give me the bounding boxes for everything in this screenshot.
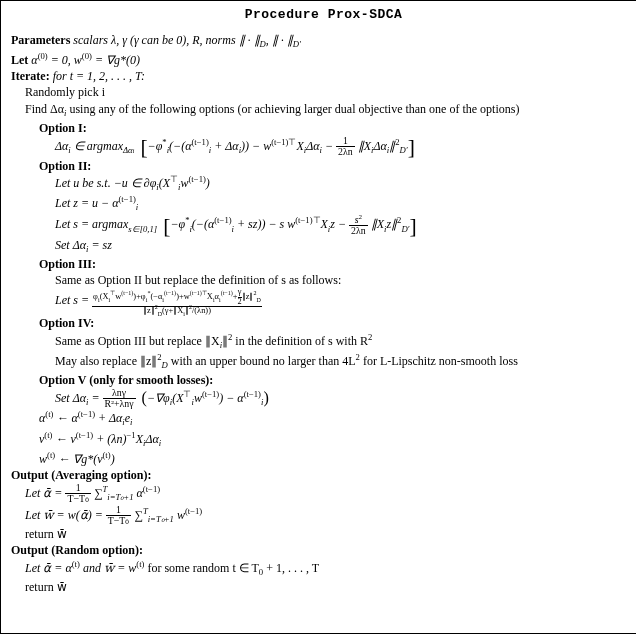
- update-v: v(t) ← v(t−1) + (λn)−1XiΔαi: [11, 430, 636, 450]
- let-line: Let α(0) = 0, w(0) = ∇g*(0): [11, 51, 636, 68]
- iterate-label: Iterate:: [11, 69, 50, 83]
- option-2-line4: Set Δαi = sz: [11, 237, 636, 256]
- option-2-line1: Let u be s.t. −u ∈ ∂φi(X⊤iw(t−1)): [11, 174, 636, 194]
- option-2-line2: Let z = u − α(t−1)i: [11, 194, 636, 214]
- option-3-line1: Same as Option II but replace the defini…: [11, 272, 636, 288]
- avg-alpha: Let ᾱ = 1T−T₀ ∑Ti=T₀+1 α(t−1): [11, 483, 636, 505]
- let-label: Let: [11, 53, 28, 67]
- avg-w: Let w̄ = w(ᾱ) = 1T−T₀ ∑Ti=T₀+1 w(t−1): [11, 505, 636, 527]
- update-alpha: α(t) ← α(t−1) + Δαiei: [11, 409, 636, 429]
- iterate-line: Iterate: for t = 1, 2, . . . , T:: [11, 68, 636, 84]
- output-random-header: Output (Random option):: [11, 542, 636, 558]
- return-avg: return w̄: [11, 526, 636, 542]
- parameters-line: Parameters scalars λ, γ (γ can be 0), R,…: [11, 32, 636, 51]
- return-random: return w̄: [11, 579, 636, 595]
- option-1-body: Δαi ∈ argmaxΔαi [−φ*i(−(α(t−1)i + Δαi)) …: [11, 136, 636, 158]
- option-4-line2: May also replace ∥z∥2D with an upper bou…: [11, 352, 636, 372]
- random-pick: Randomly pick i: [11, 84, 636, 100]
- algorithm-box: Procedure Prox-SDCA Parameters scalars λ…: [0, 0, 636, 634]
- parameters-label: Parameters: [11, 33, 70, 47]
- option-1-header: Option I:: [11, 120, 636, 136]
- option-3-line2: Let s = φi(Xi⊤w(t−1))+φi*(−αi(t−1))+w(t−…: [11, 288, 636, 315]
- update-w: w(t) ← ∇g*(v(t)): [11, 450, 636, 467]
- output-averaging-header: Output (Averaging option):: [11, 467, 636, 483]
- option-4-header: Option IV:: [11, 315, 636, 331]
- option-2-header: Option II:: [11, 158, 636, 174]
- find-line: Find Δαi using any of the following opti…: [11, 101, 636, 120]
- option-5-line1: Set Δαi = λnγR²+λnγ (−∇φi(X⊤iw(t−1)) − α…: [11, 388, 636, 410]
- option-4-line1: Same as Option III but replace ∥Xi∥2 in …: [11, 332, 636, 352]
- option-2-line3: Let s = argmaxs∈[0,1] [−φ*i(−(α(t−1)i + …: [11, 214, 636, 237]
- random-line: Let ᾱ = α(t) and w̄ = w(t) for some rand…: [11, 559, 636, 579]
- procedure-title: Procedure Prox-SDCA: [11, 7, 636, 22]
- option-5-header: Option V (only for smooth losses):: [11, 372, 636, 388]
- option-3-header: Option III:: [11, 256, 636, 272]
